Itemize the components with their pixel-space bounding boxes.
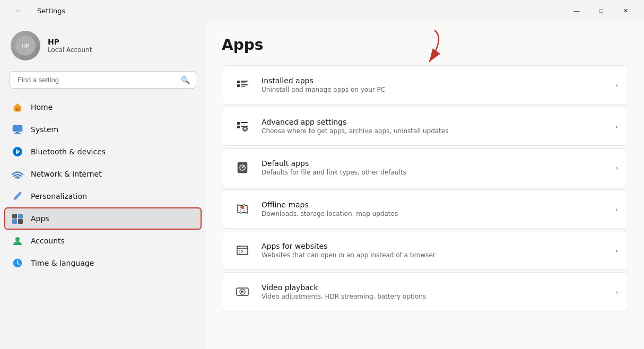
title-bar-left: ← Settings <box>6 2 65 19</box>
sidebar-item-label-home: Home <box>31 103 53 111</box>
maximize-button[interactable]: □ <box>589 2 613 19</box>
personalization-icon <box>12 190 23 202</box>
video-playback-icon <box>232 281 253 302</box>
svg-rect-17 <box>241 82 246 83</box>
svg-point-29 <box>241 206 244 209</box>
time-icon <box>12 257 23 269</box>
settings-item-advanced-app-settings[interactable]: Advanced app settingsChoose where to get… <box>222 107 628 146</box>
user-info: HP Local Account <box>48 38 92 54</box>
avatar-image: HP <box>11 31 40 60</box>
back-button[interactable]: ← <box>6 2 31 19</box>
sidebar-item-apps[interactable]: Apps <box>4 207 202 230</box>
settings-list: Installed appsUninstall and manage apps … <box>222 65 628 313</box>
apps-for-websites-label: Apps for websites <box>262 242 610 250</box>
apps-for-websites-chevron: › <box>615 247 618 255</box>
apps-for-websites-text: Apps for websitesWebsites that can open … <box>262 242 610 259</box>
sidebar-item-accounts[interactable]: Accounts <box>4 230 202 252</box>
search-box[interactable]: 🔍 <box>10 71 196 89</box>
svg-rect-9 <box>18 214 23 219</box>
sidebar: HP HP Local Account 🔍 HomeSystemBluetoot… <box>0 21 206 349</box>
default-apps-label: Default apps <box>262 159 610 168</box>
user-section[interactable]: HP HP Local Account <box>0 21 206 68</box>
settings-item-apps-for-websites[interactable]: Apps for websitesWebsites that can open … <box>222 231 628 270</box>
sidebar-item-label-bluetooth: Bluetooth & devices <box>31 147 106 156</box>
svg-text:HP: HP <box>22 43 30 49</box>
sidebar-item-label-accounts: Accounts <box>31 237 65 245</box>
settings-item-video-playback[interactable]: Video playbackVideo adjustments, HDR str… <box>222 272 628 311</box>
search-icon: 🔍 <box>181 76 190 84</box>
sidebar-item-time[interactable]: Time & language <box>4 252 202 274</box>
video-playback-label: Video playback <box>262 283 610 292</box>
accounts-icon <box>12 235 23 247</box>
svg-rect-3 <box>13 125 22 132</box>
svg-rect-30 <box>237 246 248 255</box>
default-apps-chevron: › <box>615 164 618 172</box>
app-content: HP HP Local Account 🔍 HomeSystemBluetoot… <box>0 21 644 349</box>
settings-item-installed-apps[interactable]: Installed appsUninstall and manage apps … <box>222 65 628 104</box>
svg-rect-5 <box>14 133 21 134</box>
svg-rect-22 <box>237 126 240 128</box>
title-bar: ← Settings — □ ✕ <box>0 0 644 21</box>
close-button[interactable]: ✕ <box>613 2 638 19</box>
svg-rect-14 <box>237 81 240 83</box>
video-playback-chevron: › <box>615 288 618 296</box>
system-icon <box>12 124 23 135</box>
advanced-app-settings-desc: Choose where to get apps, archive apps, … <box>262 127 610 135</box>
svg-rect-23 <box>241 122 248 123</box>
installed-apps-label: Installed apps <box>262 76 610 85</box>
advanced-app-settings-text: Advanced app settingsChoose where to get… <box>262 118 610 135</box>
sidebar-item-system[interactable]: System <box>4 118 202 141</box>
main-content: Apps Installed appsUninstall and manage … <box>206 21 644 349</box>
advanced-app-settings-chevron: › <box>615 123 618 130</box>
minimize-button[interactable]: — <box>564 2 589 19</box>
svg-point-28 <box>242 167 243 168</box>
svg-rect-10 <box>12 219 17 224</box>
video-playback-desc: Video adjustments, HDR streaming, batter… <box>262 293 610 300</box>
apps-icon <box>12 213 23 224</box>
installed-apps-icon <box>232 74 253 95</box>
bluetooth-icon <box>12 146 23 158</box>
video-playback-text: Video playbackVideo adjustments, HDR str… <box>262 283 610 300</box>
svg-point-12 <box>15 237 20 241</box>
settings-item-default-apps[interactable]: Default appsDefaults for file and link t… <box>222 148 628 187</box>
svg-rect-11 <box>18 219 23 224</box>
advanced-app-settings-label: Advanced app settings <box>262 118 610 126</box>
svg-rect-8 <box>12 214 17 219</box>
sidebar-item-home[interactable]: Home <box>4 96 202 118</box>
svg-rect-4 <box>16 132 19 133</box>
default-apps-desc: Defaults for file and link types, other … <box>262 169 610 176</box>
sidebar-item-label-time: Time & language <box>31 259 94 267</box>
offline-maps-icon <box>232 198 253 220</box>
avatar: HP <box>11 31 40 60</box>
installed-apps-chevron: › <box>615 81 618 89</box>
network-icon <box>12 168 23 180</box>
apps-for-websites-icon <box>232 240 253 261</box>
search-input[interactable] <box>10 71 196 89</box>
sidebar-item-network[interactable]: Network & internet <box>4 163 202 185</box>
user-name: HP <box>48 38 92 46</box>
svg-rect-21 <box>237 122 240 125</box>
svg-point-6 <box>13 147 22 156</box>
sidebar-item-personalization[interactable]: Personalization <box>4 185 202 207</box>
page-title: Apps <box>222 36 628 54</box>
app-title: Settings <box>37 7 65 15</box>
offline-maps-text: Offline mapsDownloads, storage location,… <box>262 200 610 217</box>
offline-maps-chevron: › <box>615 205 618 213</box>
settings-item-offline-maps[interactable]: Offline mapsDownloads, storage location,… <box>222 189 628 229</box>
default-apps-icon <box>232 157 253 178</box>
svg-rect-18 <box>241 84 248 85</box>
sidebar-item-label-personalization: Personalization <box>31 192 87 200</box>
svg-rect-19 <box>241 86 246 87</box>
nav-list: HomeSystemBluetooth & devicesNetwork & i… <box>0 96 206 274</box>
sidebar-item-bluetooth[interactable]: Bluetooth & devices <box>4 141 202 163</box>
svg-rect-15 <box>237 84 240 87</box>
default-apps-text: Default appsDefaults for file and link t… <box>262 159 610 176</box>
sidebar-item-label-system: System <box>31 125 58 134</box>
home-icon <box>12 101 23 113</box>
advanced-app-settings-icon <box>232 116 253 137</box>
sidebar-item-label-network: Network & internet <box>31 170 102 178</box>
installed-apps-text: Installed appsUninstall and manage apps … <box>262 76 610 93</box>
offline-maps-label: Offline maps <box>262 200 610 209</box>
installed-apps-desc: Uninstall and manage apps on your PC <box>262 86 610 93</box>
svg-rect-16 <box>241 81 248 82</box>
